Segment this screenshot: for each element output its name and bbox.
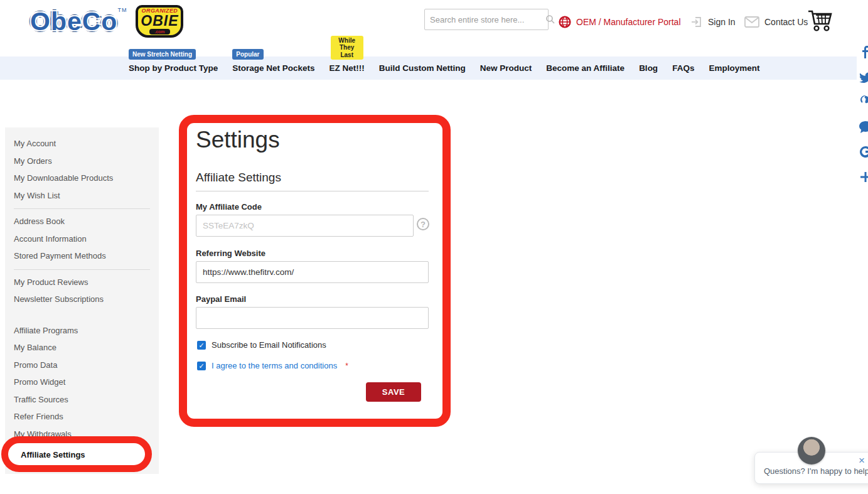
checkbox-checked-icon[interactable]: ✓ xyxy=(197,341,206,350)
sidebar-item-my-balance[interactable]: My Balance xyxy=(5,339,159,357)
nav-badge-while-they-last: While They Last xyxy=(331,36,363,60)
sidebar-item-newsletter-subscriptions[interactable]: Newsletter Subscriptions xyxy=(5,291,159,308)
account-sidebar: My Account My Orders My Downloadable Pro… xyxy=(5,127,159,474)
pinterest-icon[interactable] xyxy=(859,95,868,109)
main-navigation: New Stretch Netting Shop by Product Type… xyxy=(0,56,857,80)
search-input[interactable] xyxy=(425,15,545,24)
nav-item-blog[interactable]: Blog xyxy=(639,63,658,73)
nav-label: Become an Affiliate xyxy=(546,63,624,73)
terms-agreement-checkbox-row[interactable]: ✓ I agree to the terms and conditions * xyxy=(197,361,348,370)
cart-icon[interactable] xyxy=(807,9,832,33)
nav-label: Employment xyxy=(709,63,759,73)
sidebar-item-my-orders[interactable]: My Orders xyxy=(5,153,159,170)
sidebar-item-account-information[interactable]: Account Information xyxy=(5,230,159,248)
annotation-oval-affiliate-settings: Affiliate Settings xyxy=(1,436,152,472)
nav-label: Blog xyxy=(639,63,658,73)
logo[interactable]: ObeCoTM ORGANIZED OBIE .com xyxy=(30,5,183,38)
globe-icon xyxy=(559,16,571,28)
nav-badge-new-stretch-netting: New Stretch Netting xyxy=(129,49,196,60)
nav-label: New Product xyxy=(480,63,532,73)
chat-close-icon[interactable]: × xyxy=(859,454,865,467)
nav-label: EZ Net!!! xyxy=(330,63,365,73)
sidebar-item-my-product-reviews[interactable]: My Product Reviews xyxy=(5,274,159,291)
obie-badge-bottom: .com xyxy=(149,29,169,35)
subscribe-notifications-label: Subscribe to Email Notifications xyxy=(212,340,326,350)
nav-item-ez-net[interactable]: While They Last EZ Net!!! xyxy=(330,63,365,73)
sidebar-item-affiliate-settings[interactable]: Affiliate Settings xyxy=(21,449,85,459)
chat-icon[interactable] xyxy=(859,120,868,134)
nav-item-storage-net-pockets[interactable]: Popular Storage Net Pockets xyxy=(232,63,314,73)
sidebar-item-traffic-sources[interactable]: Traffic Sources xyxy=(5,391,159,409)
sidebar-item-affiliate-programs[interactable]: Affiliate Programs xyxy=(5,322,159,340)
twitter-icon[interactable] xyxy=(859,70,868,84)
subscribe-notifications-checkbox-row[interactable]: ✓ Subscribe to Email Notifications xyxy=(197,340,326,350)
sidebar-item-refer-friends[interactable]: Refer Friends xyxy=(5,408,159,426)
plus-icon[interactable] xyxy=(859,170,868,184)
nav-item-shop-by-product-type[interactable]: New Stretch Netting Shop by Product Type xyxy=(129,63,218,73)
nav-badge-popular: Popular xyxy=(232,49,263,60)
nav-item-build-custom-netting[interactable]: Build Custom Netting xyxy=(379,63,466,73)
nav-item-become-an-affiliate[interactable]: Become an Affiliate xyxy=(546,63,624,73)
nav-item-new-product[interactable]: New Product xyxy=(480,63,532,73)
oem-portal-link[interactable]: OEM / Manufacturer Portal xyxy=(559,0,681,44)
paypal-email-input[interactable] xyxy=(196,307,429,329)
oem-portal-label: OEM / Manufacturer Portal xyxy=(576,17,681,27)
referring-website-label: Referring Website xyxy=(196,249,265,258)
affiliate-code-input[interactable] xyxy=(196,215,414,237)
sidebar-item-my-downloadable-products[interactable]: My Downloadable Products xyxy=(5,169,159,187)
sidebar-item-address-book[interactable]: Address Book xyxy=(5,213,159,230)
required-asterisk: * xyxy=(345,362,348,370)
obeco-logo: ObeCoTM xyxy=(30,7,127,36)
checkbox-checked-icon[interactable]: ✓ xyxy=(197,362,206,370)
help-icon[interactable]: ? xyxy=(417,218,429,230)
facebook-icon[interactable] xyxy=(859,45,868,59)
settings-panel: Settings Affiliate Settings My Affiliate… xyxy=(187,123,442,419)
nav-label: Shop by Product Type xyxy=(129,63,218,73)
nav-label: Build Custom Netting xyxy=(379,63,466,73)
sidebar-item-stored-payment-methods[interactable]: Stored Payment Methods xyxy=(5,247,159,265)
sidebar-spacer xyxy=(5,308,159,322)
sign-in-label: Sign In xyxy=(708,17,736,27)
organized-obie-logo: ORGANIZED OBIE .com xyxy=(136,5,183,38)
sidebar-divider xyxy=(14,269,150,270)
envelope-icon xyxy=(744,16,759,28)
section-divider xyxy=(196,191,429,191)
nav-item-employment[interactable]: Employment xyxy=(709,63,759,73)
sign-in-link[interactable]: Sign In xyxy=(690,0,736,44)
obie-badge-middle: OBIE xyxy=(141,14,178,28)
chat-agent-avatar xyxy=(798,437,825,464)
affiliate-code-label: My Affiliate Code xyxy=(196,202,262,212)
google-plus-icon[interactable] xyxy=(859,145,868,159)
chat-message: Questions? I'm happy to help. xyxy=(764,466,868,476)
sign-in-icon xyxy=(690,16,703,28)
section-title: Affiliate Settings xyxy=(196,171,281,185)
paypal-email-label: Paypal Email xyxy=(196,294,246,304)
contact-us-link[interactable]: Contact Us xyxy=(744,0,808,44)
sidebar-divider xyxy=(14,208,150,209)
nav-label: FAQs xyxy=(672,63,694,73)
contact-us-label: Contact Us xyxy=(764,17,808,27)
search-icon[interactable] xyxy=(545,14,555,24)
trademark-symbol: TM xyxy=(117,7,127,13)
sidebar-item-promo-widget[interactable]: Promo Widget xyxy=(5,373,159,391)
annotation-box-settings-panel: Settings Affiliate Settings My Affiliate… xyxy=(179,115,451,427)
sidebar-item-my-wish-list[interactable]: My Wish List xyxy=(5,187,159,205)
save-button[interactable]: SAVE xyxy=(366,382,421,402)
nav-item-faqs[interactable]: FAQs xyxy=(672,63,694,73)
search-box xyxy=(424,9,549,30)
terms-and-conditions-link[interactable]: I agree to the terms and conditions xyxy=(212,361,337,370)
referring-website-input[interactable] xyxy=(196,261,429,283)
nav-label: Storage Net Pockets xyxy=(232,63,314,73)
page-title: Settings xyxy=(196,127,280,153)
sidebar-item-promo-data[interactable]: Promo Data xyxy=(5,357,159,374)
sidebar-item-my-account[interactable]: My Account xyxy=(5,135,159,153)
header: ObeCoTM ORGANIZED OBIE .com OEM / Manufa… xyxy=(0,0,868,44)
